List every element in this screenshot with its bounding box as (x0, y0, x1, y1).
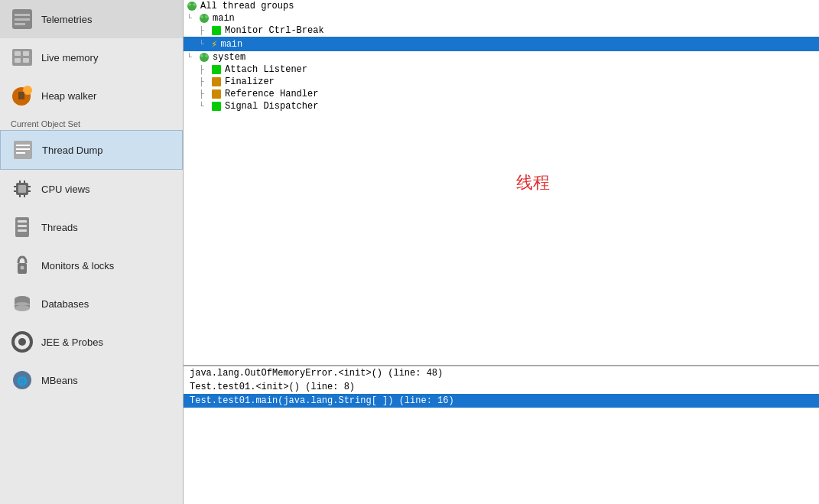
finalizer-label: Finalizer (225, 76, 275, 87)
svg-rect-28 (18, 225, 27, 227)
svg-point-50 (205, 54, 208, 57)
svg-rect-2 (15, 18, 30, 21)
svg-point-41 (187, 2, 197, 11)
sidebar-item-monitors-locks-label: Monitors & locks (41, 260, 114, 272)
sidebar-item-monitors-locks[interactable]: Monitors & locks (0, 246, 183, 285)
tree-item-main-group[interactable]: └ main (184, 12, 819, 24)
svg-rect-13 (16, 145, 30, 146)
svg-rect-18 (14, 186, 16, 187)
svg-rect-23 (24, 180, 25, 183)
tree-item-reference-handler[interactable]: ├ Reference Handler (184, 88, 819, 100)
monitor-ctrl-break-label: Monitor Ctrl-Break (225, 25, 324, 36)
tree-item-finalizer[interactable]: ├ Finalizer (184, 76, 819, 88)
svg-rect-1 (15, 14, 30, 16)
svg-rect-21 (28, 190, 31, 192)
all-thread-groups-label: All thread groups (200, 1, 294, 11)
svg-point-42 (188, 3, 191, 6)
svg-point-31 (21, 266, 24, 270)
svg-rect-24 (19, 195, 21, 197)
tree-item-monitor-ctrl-break[interactable]: ├ Monitor Ctrl-Break (184, 24, 819, 37)
sidebar-item-thread-dump[interactable]: Thread Dump (0, 130, 183, 170)
sidebar-item-live-memory-label: Live memory (41, 52, 98, 63)
stack-line-1[interactable]: java.lang.OutOfMemoryError.<init>() (lin… (184, 366, 819, 380)
telemetries-icon (11, 8, 34, 31)
sidebar-item-heap-walker[interactable]: Heap walker (0, 76, 183, 115)
sidebar: Telemetries Live memory Heap walker Curr… (0, 0, 184, 504)
svg-rect-53 (212, 89, 221, 99)
svg-point-45 (200, 15, 203, 18)
attach-listener-label: Attach Listener (225, 64, 307, 75)
main-thread-label: main (220, 39, 242, 50)
sidebar-item-threads-label: Threads (41, 222, 78, 233)
live-memory-icon (11, 46, 34, 69)
heap-walker-icon (11, 84, 34, 107)
svg-rect-54 (212, 102, 221, 111)
sidebar-item-cpu-views-label: CPU views (41, 184, 90, 195)
sidebar-item-mbeans-label: MBeans (41, 375, 78, 386)
sidebar-item-databases-label: Databases (41, 298, 89, 310)
svg-point-38 (18, 338, 26, 346)
stack-line-2[interactable]: Test.test01.<init>() (line: 8) (184, 380, 819, 394)
svg-point-43 (193, 3, 196, 6)
svg-text:🌐: 🌐 (17, 376, 28, 386)
svg-rect-17 (18, 185, 26, 193)
tree-item-attach-listener[interactable]: ├ Attach Listener (184, 63, 819, 76)
svg-rect-11 (18, 92, 24, 99)
svg-rect-22 (19, 180, 21, 183)
stack-line-3[interactable]: Test.test01.main(java.lang.String[ ]) (l… (184, 394, 819, 408)
sidebar-item-live-memory[interactable]: Live memory (0, 38, 183, 76)
tree-item-all-thread-groups[interactable]: All thread groups (184, 0, 819, 12)
sidebar-item-threads[interactable]: Threads (0, 208, 183, 246)
sidebar-item-thread-dump-label: Thread Dump (42, 145, 102, 156)
svg-rect-29 (18, 229, 27, 232)
signal-dispatcher-label: Signal Dispatcher (225, 101, 318, 112)
sidebar-item-databases[interactable]: Databases (0, 285, 183, 323)
tree-item-main-thread[interactable]: └ ⚡ main (184, 37, 819, 51)
svg-point-48 (200, 53, 209, 62)
svg-rect-25 (24, 195, 25, 197)
svg-rect-7 (23, 51, 29, 56)
tree-item-system-group[interactable]: └ system (184, 51, 819, 63)
thread-tree-panel[interactable]: All thread groups └ main ├ Monitor Ctrl-… (184, 0, 819, 366)
threads-icon (11, 216, 34, 239)
databases-icon (11, 292, 34, 315)
thread-dump-icon (11, 138, 34, 161)
svg-rect-5 (15, 51, 21, 56)
sidebar-item-jee-probes-label: JEE & Probes (41, 337, 103, 348)
svg-rect-20 (28, 186, 31, 187)
sidebar-item-jee-probes[interactable]: JEE & Probes (0, 323, 183, 361)
svg-point-44 (200, 14, 209, 23)
mbeans-icon: 🌐 (11, 369, 34, 392)
svg-rect-3 (15, 23, 25, 25)
sidebar-item-cpu-views[interactable]: CPU views (0, 170, 183, 208)
svg-point-36 (15, 305, 30, 311)
current-object-set-label: Current Object Set (0, 115, 183, 130)
svg-point-49 (200, 54, 203, 57)
svg-rect-47 (212, 26, 221, 35)
reference-handler-label: Reference Handler (225, 89, 318, 99)
svg-rect-6 (15, 58, 21, 63)
main-group-label: main (213, 13, 235, 24)
stack-trace-panel[interactable]: java.lang.OutOfMemoryError.<init>() (lin… (184, 366, 819, 504)
svg-rect-14 (16, 148, 30, 150)
jee-icon (11, 330, 34, 353)
main-panel: All thread groups └ main ├ Monitor Ctrl-… (184, 0, 819, 504)
system-group-label: system (213, 52, 245, 63)
tree-item-signal-dispatcher[interactable]: └ Signal Dispatcher (184, 100, 819, 112)
svg-rect-15 (16, 152, 25, 154)
svg-point-46 (205, 15, 208, 18)
svg-rect-27 (18, 220, 27, 223)
sidebar-item-telemetries[interactable]: Telemetries (0, 0, 183, 38)
sidebar-item-telemetries-label: Telemetries (41, 14, 92, 25)
svg-rect-8 (23, 58, 29, 63)
svg-rect-52 (212, 77, 221, 86)
svg-rect-19 (14, 190, 16, 192)
chinese-watermark: 线程 (516, 171, 550, 194)
sidebar-item-mbeans[interactable]: 🌐 MBeans (0, 361, 183, 399)
svg-rect-51 (212, 65, 221, 74)
monitors-icon (11, 254, 34, 277)
cpu-icon (11, 177, 34, 200)
sidebar-item-heap-walker-label: Heap walker (41, 90, 96, 102)
